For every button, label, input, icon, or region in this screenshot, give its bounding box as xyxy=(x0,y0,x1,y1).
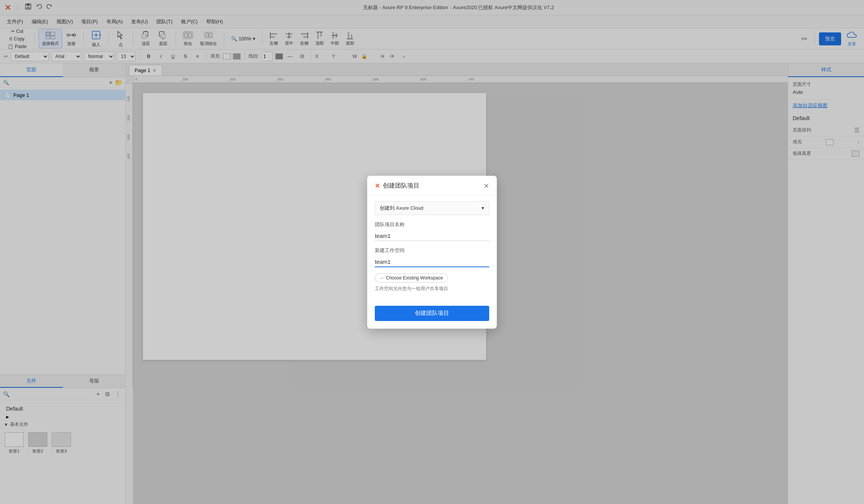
dialog-title-text: 创建团队项目 xyxy=(383,182,419,190)
cloud-destination-label: 创建到 Axure Cloud xyxy=(380,205,423,212)
choose-workspace-button[interactable]: ··· Choose Existing Workspace xyxy=(375,273,448,282)
dialog-header: ✕ 创建团队项目 ✕ xyxy=(367,176,497,195)
project-name-input[interactable] xyxy=(375,231,489,241)
workspace-input[interactable] xyxy=(375,257,489,267)
cloud-dropdown-icon: ▾ xyxy=(482,205,484,211)
workspace-hint: 工作空间允许您与一组用户共享项目 xyxy=(375,286,489,292)
dialog-overlay: ✕ 创建团队项目 ✕ 创建到 Axure Cloud ▾ 团队项目名称 新建工作… xyxy=(0,0,864,504)
choose-workspace-label: Choose Existing Workspace xyxy=(386,275,443,281)
choose-workspace-icon: ··· xyxy=(380,275,384,281)
dialog-footer: 创建团队项目 xyxy=(367,306,497,329)
project-name-field: 团队项目名称 xyxy=(375,221,489,241)
dialog-body: 创建到 Axure Cloud ▾ 团队项目名称 新建工作空间 ··· Choo… xyxy=(367,195,497,306)
project-name-label: 团队项目名称 xyxy=(375,221,489,228)
dialog-title: ✕ 创建团队项目 xyxy=(375,182,419,190)
dialog-close-button[interactable]: ✕ xyxy=(483,182,489,190)
create-team-button[interactable]: 创建团队项目 xyxy=(375,306,489,321)
create-team-dialog: ✕ 创建团队项目 ✕ 创建到 Axure Cloud ▾ 团队项目名称 新建工作… xyxy=(367,176,497,329)
cloud-destination-select[interactable]: 创建到 Axure Cloud ▾ xyxy=(375,201,489,215)
dialog-logo: ✕ xyxy=(375,182,380,189)
workspace-field: 新建工作空间 xyxy=(375,247,489,267)
workspace-label: 新建工作空间 xyxy=(375,247,489,254)
